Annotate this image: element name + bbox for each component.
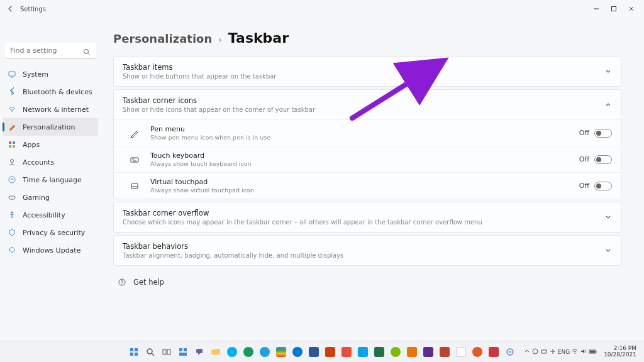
app-icon[interactable]: [388, 344, 403, 359]
svg-rect-8: [13, 141, 15, 144]
tray-wifi-icon[interactable]: [571, 348, 579, 356]
accessibility-icon: [8, 211, 16, 219]
section-taskbar-items[interactable]: Taskbar items Show or hide buttons that …: [113, 56, 621, 87]
wifi-icon: [8, 105, 16, 114]
svg-rect-41: [541, 350, 547, 353]
svg-point-30: [147, 349, 152, 354]
chat-icon[interactable]: [192, 344, 207, 359]
virtual-touchpad-toggle[interactable]: [594, 182, 612, 190]
maximize-button[interactable]: [605, 2, 623, 16]
sidebar-item-accessibility[interactable]: Accessibility: [3, 206, 98, 224]
section-subtitle: Show or hide icons that appear on the co…: [123, 106, 598, 113]
search-icon: [83, 47, 91, 58]
section-header-corner-icons[interactable]: Taskbar corner icons Show or hide icons …: [114, 90, 621, 119]
app-icon[interactable]: [470, 344, 485, 359]
app-icon[interactable]: [274, 344, 289, 359]
svg-rect-10: [13, 145, 15, 148]
svg-point-11: [11, 160, 14, 163]
widgets-icon[interactable]: [175, 344, 191, 359]
section-subtitle: Show or hide buttons that appear on the …: [123, 73, 598, 80]
sidebar-item-system[interactable]: System: [3, 65, 98, 83]
sidebar-item-privacy[interactable]: Privacy & security: [3, 224, 98, 241]
sidebar-item-gaming[interactable]: Gaming: [3, 189, 98, 206]
app-icon[interactable]: [437, 344, 452, 359]
app-icon[interactable]: [421, 344, 436, 359]
breadcrumb-parent[interactable]: Personalization: [113, 32, 212, 45]
svg-point-6: [11, 111, 13, 112]
tray-icon[interactable]: [531, 348, 539, 356]
svg-rect-1: [612, 7, 616, 11]
svg-rect-34: [179, 348, 182, 351]
sidebar-item-update[interactable]: Windows Update: [3, 241, 98, 259]
svg-rect-35: [184, 348, 187, 351]
svg-point-14: [11, 212, 13, 214]
toggle-state-label: Off: [579, 129, 589, 137]
app-icon[interactable]: [257, 344, 272, 359]
svg-rect-7: [9, 141, 11, 144]
svg-rect-9: [9, 145, 11, 148]
touch-keyboard-toggle[interactable]: [594, 155, 612, 164]
pen-menu-toggle[interactable]: [594, 129, 612, 138]
settings-app-icon[interactable]: [502, 344, 518, 359]
main-content: Personalization › Taskbar Taskbar items …: [101, 18, 644, 341]
chevron-down-icon: [604, 65, 612, 77]
taskbar-clock[interactable]: 2:16 PM 10/28/2021: [604, 346, 636, 358]
tray-volume-icon[interactable]: [580, 348, 587, 356]
search-input[interactable]: [5, 43, 96, 59]
personalization-icon: [8, 123, 16, 131]
system-icon: [8, 70, 16, 79]
app-icon[interactable]: [225, 344, 240, 359]
taskview-icon[interactable]: [159, 344, 174, 359]
sidebar-item-label: Time & language: [23, 176, 82, 184]
app-icon[interactable]: [290, 344, 305, 359]
tray-icon[interactable]: [540, 348, 548, 356]
app-icon[interactable]: [486, 344, 501, 359]
sidebar-item-network[interactable]: Network & internet: [3, 101, 98, 118]
sidebar-item-time[interactable]: Time & language: [3, 171, 98, 189]
minimize-button[interactable]: [587, 2, 605, 16]
section-taskbar-behaviors[interactable]: Taskbar behaviors Taskbar alignment, bad…: [113, 235, 621, 266]
nav-list: System Bluetooth & devices Network & int…: [3, 65, 98, 259]
row-subtitle: Show pen menu icon when pen is in use: [150, 134, 572, 141]
sidebar-item-accounts[interactable]: Accounts: [3, 153, 98, 171]
sidebar-item-personalization[interactable]: Personalization: [3, 118, 98, 136]
row-virtual-touchpad: Virtual touchpad Always show virtual tou…: [114, 172, 621, 199]
taskbar-search-icon[interactable]: [143, 344, 158, 359]
app-icon[interactable]: [404, 344, 419, 359]
system-tray[interactable]: ENG: [524, 348, 597, 356]
app-icon[interactable]: [306, 344, 321, 359]
tray-chevron-icon[interactable]: [524, 348, 530, 356]
sidebar-item-label: Apps: [23, 141, 40, 149]
explorer-icon[interactable]: [208, 344, 223, 359]
back-button[interactable]: [4, 2, 18, 16]
close-button[interactable]: [623, 2, 640, 16]
sidebar-item-bluetooth[interactable]: Bluetooth & devices: [3, 83, 98, 101]
bluetooth-icon: [8, 87, 16, 96]
language-indicator[interactable]: ENG: [558, 349, 570, 355]
start-button[interactable]: [126, 344, 142, 359]
app-icon[interactable]: [372, 344, 387, 359]
titlebar: Settings: [0, 0, 644, 18]
toggle-state-label: Off: [579, 182, 589, 190]
svg-line-3: [88, 53, 90, 55]
tray-battery-icon[interactable]: [589, 348, 597, 356]
get-help-link[interactable]: Get help: [113, 268, 621, 296]
get-help-label: Get help: [133, 278, 164, 287]
app-icon[interactable]: [323, 344, 338, 359]
app-icon[interactable]: [241, 344, 256, 359]
svg-point-2: [84, 50, 89, 54]
svg-rect-20: [131, 184, 138, 189]
app-icon[interactable]: [355, 344, 370, 359]
page-title: Taskbar: [228, 30, 289, 46]
section-title: Taskbar behaviors: [123, 242, 598, 251]
sidebar-item-label: System: [23, 70, 48, 79]
sidebar-item-apps[interactable]: Apps: [3, 136, 98, 153]
row-subtitle: Always show virtual touchpad icon: [150, 187, 572, 194]
app-icon[interactable]: [453, 344, 469, 359]
svg-point-39: [509, 351, 511, 353]
tray-icon[interactable]: [549, 348, 557, 356]
app-icon[interactable]: [339, 344, 354, 359]
search-box[interactable]: [5, 43, 96, 59]
section-taskbar-corner-overflow[interactable]: Taskbar corner overflow Choose which ico…: [113, 202, 621, 233]
toggle-state-label: Off: [579, 155, 589, 163]
